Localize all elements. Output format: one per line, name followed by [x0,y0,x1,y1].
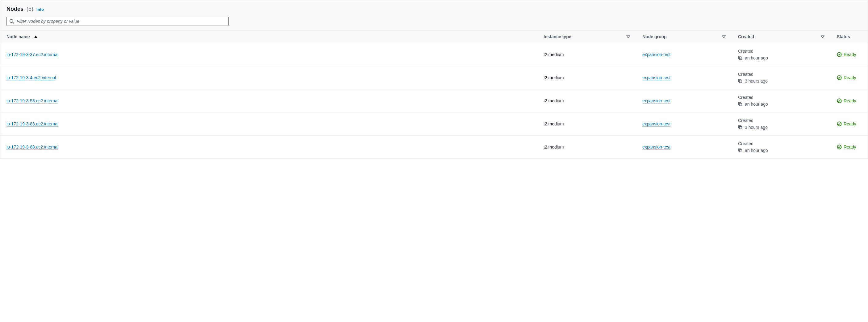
status-cell: Ready [837,121,862,126]
svg-rect-9 [739,80,742,82]
created-cell: Created 3 hours ago [738,118,825,130]
status-text: Ready [844,145,856,149]
status-ok-icon [837,75,842,80]
table-row: ip-172-19-3-37.ec2.internal t2.medium ex… [0,43,868,66]
search-icon [9,19,14,24]
node-group-link[interactable]: expansion-test [642,98,671,103]
node-name-link[interactable]: ip-172-19-3-37.ec2.internal [6,52,58,57]
copy-icon[interactable] [738,102,742,106]
copy-icon[interactable] [738,125,742,130]
sort-icon [722,35,726,38]
status-text: Ready [844,121,856,126]
panel-title: Nodes [6,6,24,12]
status-ok-icon [837,145,842,149]
col-label: Node group [642,34,667,39]
info-link[interactable]: Info [36,7,44,12]
node-name-link[interactable]: ip-172-19-3-58.ec2.internal [6,98,58,103]
created-time: 3 hours ago [745,79,768,83]
nodes-table: Node name Instance type [0,31,868,159]
created-time: an hour ago [745,102,768,107]
created-cell: Created 3 hours ago [738,72,825,83]
svg-marker-4 [722,36,725,38]
nodes-panel: Nodes (5) Info Node name [0,0,868,159]
svg-rect-6 [739,57,742,60]
node-group-link[interactable]: expansion-test [642,121,671,126]
created-time: an hour ago [745,148,768,153]
created-cell: Created an hour ago [738,141,825,153]
table-row: ip-172-19-3-58.ec2.internal t2.medium ex… [0,90,868,112]
status-ok-icon [837,52,842,57]
node-name-link[interactable]: ip-172-19-3-4.ec2.internal [6,75,56,80]
filter-input[interactable] [17,19,226,24]
status-ok-icon [837,121,842,126]
svg-rect-12 [739,103,742,106]
svg-rect-13 [739,103,741,105]
copy-icon[interactable] [738,148,742,152]
created-label: Created [738,72,825,77]
col-label: Node name [6,34,30,39]
created-cell: Created an hour ago [738,49,825,60]
svg-rect-16 [739,126,741,128]
node-group-link[interactable]: expansion-test [642,52,671,57]
filter-container[interactable] [6,16,229,26]
col-header-instance-type[interactable]: Instance type [537,31,636,43]
header-title-row: Nodes (5) Info [6,6,862,12]
instance-type-value: t2.medium [544,52,564,57]
copy-icon[interactable] [738,79,742,83]
svg-marker-3 [627,36,630,38]
created-label: Created [738,95,825,100]
svg-marker-5 [821,36,824,38]
svg-rect-7 [739,57,741,59]
col-label: Instance type [544,34,571,39]
node-name-link[interactable]: ip-172-19-3-88.ec2.internal [6,145,58,149]
created-label: Created [738,49,825,53]
status-text: Ready [844,75,856,80]
created-cell: Created an hour ago [738,95,825,107]
instance-type-value: t2.medium [544,75,564,80]
sort-asc-icon [34,35,38,38]
status-text: Ready [844,52,856,57]
col-header-created[interactable]: Created [732,31,831,43]
col-header-node-name[interactable]: Node name [0,31,537,43]
status-text: Ready [844,98,856,103]
panel-header: Nodes (5) Info [0,0,868,31]
svg-marker-2 [34,35,37,38]
table-row: ip-172-19-3-4.ec2.internal t2.medium exp… [0,66,868,90]
sort-icon [821,35,825,38]
svg-point-0 [10,20,13,23]
node-group-link[interactable]: expansion-test [642,75,671,80]
created-time: an hour ago [745,56,768,60]
instance-type-value: t2.medium [544,145,564,149]
instance-type-value: t2.medium [544,121,564,126]
status-cell: Ready [837,98,862,103]
created-time: 3 hours ago [745,125,768,130]
copy-icon[interactable] [738,56,742,60]
panel-count: (5) [27,6,33,12]
svg-rect-18 [739,149,742,152]
instance-type-value: t2.medium [544,98,564,103]
svg-rect-19 [739,149,741,151]
status-ok-icon [837,98,842,103]
node-group-link[interactable]: expansion-test [642,145,671,149]
created-label: Created [738,118,825,123]
table-row: ip-172-19-3-83.ec2.internal t2.medium ex… [0,112,868,136]
svg-rect-10 [739,79,741,82]
created-label: Created [738,141,825,146]
col-label: Created [738,34,754,39]
svg-rect-15 [739,126,742,129]
col-header-status[interactable]: Status [831,31,868,43]
sort-icon [626,35,630,38]
col-header-node-group[interactable]: Node group [636,31,732,43]
status-cell: Ready [837,145,862,149]
table-row: ip-172-19-3-88.ec2.internal t2.medium ex… [0,136,868,159]
svg-line-1 [13,22,14,24]
node-name-link[interactable]: ip-172-19-3-83.ec2.internal [6,121,58,126]
status-cell: Ready [837,75,862,80]
col-label: Status [837,34,850,39]
status-cell: Ready [837,52,862,57]
